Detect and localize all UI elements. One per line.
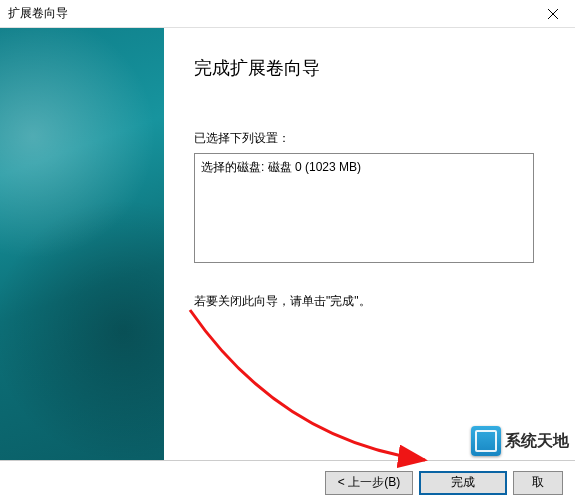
window-title: 扩展卷向导 [8,5,68,22]
watermark-logo-icon [471,426,501,456]
settings-label: 已选择下列设置： [194,130,547,147]
instruction-text: 若要关闭此向导，请单击"完成"。 [194,293,547,310]
wizard-footer: < 上一步(B) 完成 取 [0,460,575,504]
page-title: 完成扩展卷向导 [194,56,547,80]
wizard-body: 完成扩展卷向导 已选择下列设置： 选择的磁盘: 磁盘 0 (1023 MB) 若… [0,28,575,460]
finish-button[interactable]: 完成 [419,471,507,495]
close-icon [548,9,558,19]
settings-summary-line: 选择的磁盘: 磁盘 0 (1023 MB) [201,158,527,176]
close-button[interactable] [531,0,575,28]
wizard-banner [0,28,164,460]
settings-summary-box: 选择的磁盘: 磁盘 0 (1023 MB) [194,153,534,263]
back-button[interactable]: < 上一步(B) [325,471,413,495]
titlebar: 扩展卷向导 [0,0,575,28]
watermark-text: 系统天地 [505,431,569,452]
wizard-content: 完成扩展卷向导 已选择下列设置： 选择的磁盘: 磁盘 0 (1023 MB) 若… [164,28,575,460]
cancel-button[interactable]: 取 [513,471,563,495]
watermark: 系统天地 [471,426,569,456]
